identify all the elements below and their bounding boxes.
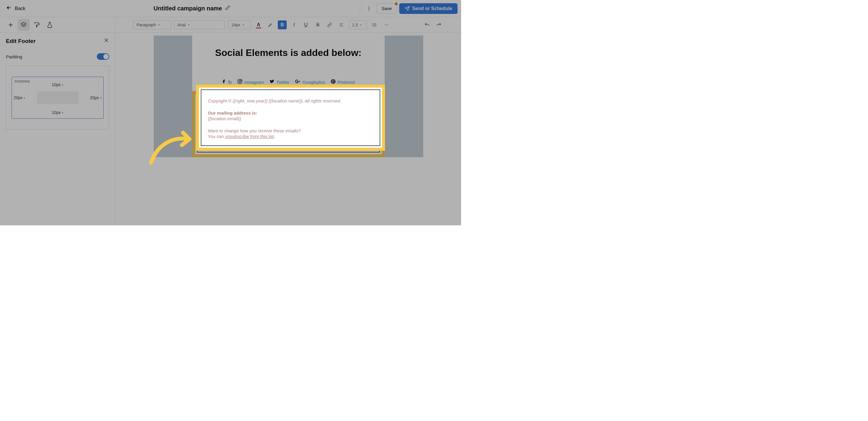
italic-button[interactable]: I [290,21,299,29]
instagram-link[interactable]: Instagram [244,79,264,85]
back-label: Back [15,6,26,11]
close-panel-icon[interactable] [103,37,109,45]
unsaved-badge [395,2,398,5]
svg-point-11 [241,80,242,80]
more-format-button[interactable] [382,21,391,29]
redo-button[interactable] [434,21,443,29]
svg-point-7 [386,25,387,25]
paragraph-select[interactable]: Paragraph▾ [133,21,171,29]
email-outer-frame: Social Elements is added below: fb Insta… [154,35,423,157]
email-body[interactable]: Social Elements is added below: fb Insta… [192,35,385,157]
svg-point-2 [368,10,369,10]
edit-title-icon[interactable] [225,5,230,12]
twitter-icon [269,79,275,86]
pinterest-icon [331,79,336,86]
test-tab[interactable] [44,19,56,31]
footer-highlight: Copyright © {{right_now.year}} {{locatio… [192,91,385,157]
footer-copyright: Copyright © {{right_now.year}} {{locatio… [204,105,373,110]
svg-point-8 [388,25,388,25]
padding-box-control[interactable]: PADDING 10px▾ 20px▾ 20px▾ 10px▾ [11,77,104,119]
more-menu-button[interactable] [364,3,374,14]
pinterest-link[interactable]: Pinterest [338,79,355,85]
font-select[interactable]: Arial▾ [174,21,225,29]
footer-element[interactable]: Copyright © {{right_now.year}} {{locatio… [197,96,380,153]
panel-title: Edit Footer [6,38,35,44]
underline-button[interactable]: U [302,21,310,29]
footer-mailing-label: Our mailing address is: [204,117,373,122]
strikethrough-button[interactable]: S [313,21,322,29]
add-tab[interactable] [5,19,17,31]
back-button[interactable]: Back [4,3,28,14]
layers-tab[interactable] [18,19,30,31]
facebook-icon [221,79,226,85]
footer-unsub-line: You can unsubscribe from this list. [204,140,373,145]
padding-bottom-select[interactable]: 10px▾ [52,110,63,115]
padding-content-area [37,92,79,104]
social-row[interactable]: fb Instagram Twitter Googleplus Pinteres… [192,60,385,91]
svg-point-1 [368,8,369,8]
campaign-title: Untitled campaign name [154,5,222,12]
padding-label: Padding [6,54,22,59]
svg-point-6 [385,25,385,25]
unsubscribe-link[interactable]: unsubscribe from this list [221,140,270,145]
highlight-color-button[interactable] [266,21,275,29]
font-size-select[interactable]: 14px▾ [228,21,251,29]
save-button[interactable]: Save [377,3,397,13]
send-icon [405,6,410,11]
footer-mailing-value: {{location.email}} [204,123,373,128]
paint-tab[interactable] [31,19,43,31]
text-color-button[interactable]: A [254,21,263,29]
send-label: Send or Schedule [412,6,452,11]
align-button[interactable] [337,21,346,29]
instagram-icon [237,79,243,86]
twitter-link[interactable]: Twitter [276,79,289,85]
undo-button[interactable] [423,21,432,29]
svg-point-10 [239,80,241,82]
padding-right-select[interactable]: 20px▾ [90,95,101,100]
send-schedule-button[interactable]: Send or Schedule [399,3,458,14]
email-heading[interactable]: Social Elements is added below: [192,47,385,60]
bold-button[interactable]: B [278,21,287,29]
fb-link[interactable]: fb [228,79,232,85]
googleplus-link[interactable]: Googleplus [303,79,325,85]
footer-change-line: Want to change how you receive these ema… [204,135,373,140]
list-button[interactable] [370,21,379,29]
line-height-select[interactable]: 1.5▾ [349,21,367,29]
padding-left-select[interactable]: 20px▾ [13,95,25,100]
arrow-left-icon [6,5,12,12]
padding-caption: PADDING [15,80,30,83]
padding-top-select[interactable]: 10px▾ [52,82,63,87]
svg-point-0 [368,6,369,7]
save-label: Save [382,6,392,11]
googleplus-icon [295,78,301,86]
padding-toggle[interactable] [97,53,109,60]
link-button[interactable] [325,21,334,29]
